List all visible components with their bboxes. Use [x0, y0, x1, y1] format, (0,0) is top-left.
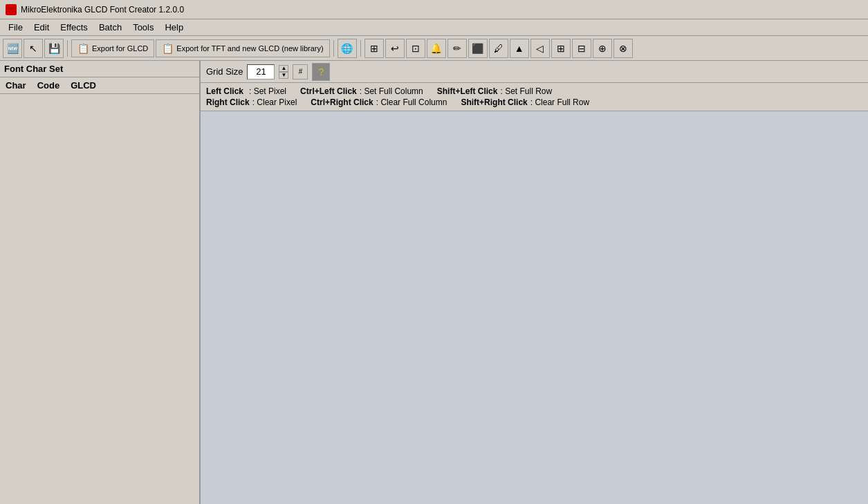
tb-btn-10[interactable]: ⊞	[551, 39, 571, 58]
ctrl-right-val: : Clear Full Column	[376, 97, 447, 107]
font-char-set-header: Font Char Set	[0, 61, 199, 77]
grid-size-down[interactable]: ▼	[279, 72, 288, 79]
tb-btn-4[interactable]: 🔔	[427, 39, 446, 58]
tb-btn-3[interactable]: ⊡	[406, 39, 425, 58]
toolbar: 🆕 ↖ 💾 📋 Export for GLCD 📋 Export for TFT…	[0, 36, 868, 61]
export-glcd-icon: 📋	[77, 43, 89, 54]
export-glcd-label: Export for GLCD	[92, 44, 148, 53]
export-tft-label: Export for TFT and new GLCD (new library…	[176, 44, 323, 53]
instr-shift-left: Shift+Left Click : Set Full Row	[437, 86, 552, 96]
export-tft-icon: 📋	[162, 43, 174, 54]
export-tft-button[interactable]: 📋 Export for TFT and new GLCD (new libra…	[156, 39, 329, 57]
shift-left-key: Shift+Left Click	[437, 86, 498, 96]
char-col-code: Code	[32, 79, 66, 92]
menu-effects[interactable]: Effects	[55, 21, 93, 34]
grid-size-spinner[interactable]: ▲ ▼	[279, 65, 288, 79]
char-table-header: Char Code GLCD	[0, 77, 199, 94]
instr-row-1: Left Click : Set Pixel Ctrl+Left Click :…	[206, 86, 862, 97]
grid-size-up[interactable]: ▲	[279, 65, 288, 72]
instr-ctrl-left: Ctrl+Left Click : Set Full Column	[300, 86, 423, 96]
main-layout: Font Char Set Char Code GLCD Grid Size ▲…	[0, 61, 868, 504]
tb-btn-13[interactable]: ⊗	[613, 39, 633, 58]
tb-btn-6[interactable]: ⬛	[468, 39, 488, 58]
save-button[interactable]: 💾	[44, 39, 64, 58]
cursor-button[interactable]: ↖	[24, 39, 43, 58]
ctrl-left-val: : Set Full Column	[360, 86, 423, 96]
right-click-key: Right Click	[206, 97, 250, 107]
left-click-key: Left Click	[206, 86, 243, 96]
instr-row-2: Right Click : Clear Pixel Ctrl+Right Cli…	[206, 97, 862, 108]
web-button[interactable]: 🌐	[338, 39, 357, 58]
menu-batch[interactable]: Batch	[93, 21, 127, 34]
tb-btn-5[interactable]: ✏	[447, 39, 467, 58]
char-col-glcd: GLCD	[65, 79, 102, 92]
tb-btn-7[interactable]: 🖊	[489, 39, 508, 58]
grid-toggle-button[interactable]: #	[293, 64, 308, 80]
app-title: MikroElektronika GLCD Font Creator 1.2.0…	[21, 5, 184, 15]
instr-right-click: Right Click : Clear Pixel	[206, 97, 297, 107]
right-click-val: : Clear Pixel	[252, 97, 297, 107]
title-bar: MikroElektronika GLCD Font Creator 1.2.0…	[0, 0, 868, 19]
shift-right-val: : Clear Full Row	[530, 97, 589, 107]
ctrl-left-key: Ctrl+Left Click	[300, 86, 357, 96]
toolbar-sep-1	[67, 40, 68, 57]
tb-btn-1[interactable]: ⊞	[364, 39, 384, 58]
menu-tools[interactable]: Tools	[127, 21, 159, 34]
help-button[interactable]: ?	[312, 63, 330, 81]
menu-bar: File Edit Effects Batch Tools Help	[0, 19, 868, 36]
menu-file[interactable]: File	[3, 21, 28, 34]
tb-btn-2[interactable]: ↩	[385, 39, 405, 58]
instr-left-click: Left Click : Set Pixel	[206, 86, 286, 96]
tb-btn-12[interactable]: ⊕	[593, 39, 612, 58]
instr-ctrl-right: Ctrl+Right Click : Clear Full Column	[311, 97, 447, 107]
shift-right-key: Shift+Right Click	[461, 97, 527, 107]
tb-btn-11[interactable]: ⊟	[572, 39, 591, 58]
new-button[interactable]: 🆕	[3, 39, 22, 58]
menu-edit[interactable]: Edit	[28, 21, 55, 34]
grid-size-bar: Grid Size ▲ ▼ # ?	[201, 61, 868, 83]
instructions-bar: Left Click : Set Pixel Ctrl+Left Click :…	[201, 83, 868, 111]
toolbar-sep-3	[360, 40, 361, 57]
left-click-val: : Set Pixel	[249, 86, 286, 96]
export-glcd-button[interactable]: 📋 Export for GLCD	[71, 39, 154, 57]
canvas-area: Grid Size ▲ ▼ # ? Left Click : Set Pixel…	[201, 61, 868, 504]
instr-shift-right: Shift+Right Click : Clear Full Row	[461, 97, 589, 107]
tb-btn-8[interactable]: ▲	[510, 39, 529, 58]
menu-help[interactable]: Help	[159, 21, 189, 34]
char-col-char: Char	[0, 79, 32, 92]
shift-left-val: : Set Full Row	[500, 86, 552, 96]
left-panel: Font Char Set Char Code GLCD	[0, 61, 201, 504]
grid-size-label: Grid Size	[206, 66, 243, 77]
tb-btn-9[interactable]: ◁	[530, 39, 550, 58]
font-char-set-title: Font Char Set	[4, 64, 63, 74]
ctrl-right-key: Ctrl+Right Click	[311, 97, 373, 107]
toolbar-sep-2	[333, 40, 334, 57]
grid-size-input[interactable]	[247, 64, 275, 80]
app-icon	[6, 4, 17, 15]
